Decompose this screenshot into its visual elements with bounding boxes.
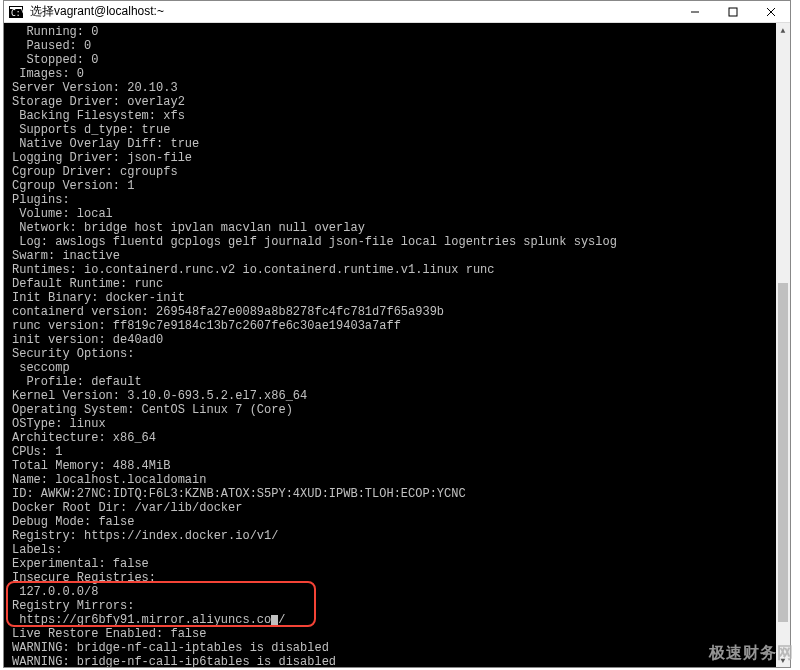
text-cursor [271,615,278,627]
scrollbar-thumb[interactable] [778,283,788,622]
terminal-line: CPUs: 1 [12,445,786,459]
terminal-line: Name: localhost.localdomain [12,473,786,487]
terminal-line: containerd version: 269548fa27e0089a8b82… [12,305,786,319]
terminal-line: Registry: https://index.docker.io/v1/ [12,529,786,543]
terminal-line: Cgroup Driver: cgroupfs [12,165,786,179]
terminal-line: Native Overlay Diff: true [12,137,786,151]
terminal-line: Images: 0 [12,67,786,81]
terminal-line: Server Version: 20.10.3 [12,81,786,95]
terminal-line: Swarm: inactive [12,249,786,263]
terminal-line: Kernel Version: 3.10.0-693.5.2.el7.x86_6… [12,389,786,403]
terminal-line: Runtimes: io.containerd.runc.v2 io.conta… [12,263,786,277]
terminal-line: OSType: linux [12,417,786,431]
terminal-line: Log: awslogs fluentd gcplogs gelf journa… [12,235,786,249]
terminal-line: Registry Mirrors: [12,599,786,613]
terminal-line: Stopped: 0 [12,53,786,67]
terminal-line: Supports d_type: true [12,123,786,137]
terminal-line: Architecture: x86_64 [12,431,786,445]
maximize-button[interactable] [714,1,752,22]
terminal-line: Init Binary: docker-init [12,291,786,305]
scrollbar[interactable]: ▲ ▼ [776,23,790,667]
terminal-line: Plugins: [12,193,786,207]
terminal-line: seccomp [12,361,786,375]
terminal-line: Profile: default [12,375,786,389]
terminal-line: init version: de40ad0 [12,333,786,347]
terminal-line: Operating System: CentOS Linux 7 (Core) [12,403,786,417]
terminal-line: Debug Mode: false [12,515,786,529]
terminal-line: Docker Root Dir: /var/lib/docker [12,501,786,515]
window-controls [676,1,790,22]
terminal-line: Cgroup Version: 1 [12,179,786,193]
terminal-line: Labels: [12,543,786,557]
terminal-line: Default Runtime: runc [12,277,786,291]
terminal-output[interactable]: Running: 0 Paused: 0 Stopped: 0 Images: … [4,23,790,667]
svg-rect-4 [729,8,737,16]
terminal-line: https://gr6bfy91.mirror.aliyuncs.co/ [12,613,786,627]
terminal-line: ID: AWKW:27NC:IDTQ:F6L3:KZNB:ATOX:S5PY:4… [12,487,786,501]
scrollbar-track[interactable] [776,37,790,653]
terminal-line: Total Memory: 488.4MiB [12,459,786,473]
terminal-line: Logging Driver: json-file [12,151,786,165]
terminal-line: runc version: ff819c7e9184c13b7c2607fe6c… [12,319,786,333]
minimize-button[interactable] [676,1,714,22]
terminal-line: Insecure Registries: [12,571,786,585]
terminal-line: Storage Driver: overlay2 [12,95,786,109]
terminal-line: 127.0.0.0/8 [12,585,786,599]
terminal-line: Live Restore Enabled: false [12,627,786,641]
terminal-icon: C:\ [8,4,24,20]
terminal-line: WARNING: bridge-nf-call-iptables is disa… [12,641,786,655]
watermark: 极速财务网 [709,643,794,664]
terminal-line: Security Options: [12,347,786,361]
scroll-up-icon[interactable]: ▲ [776,23,790,37]
window-title: 选择vagrant@localhost:~ [28,3,676,20]
terminal-line: Volume: local [12,207,786,221]
close-button[interactable] [752,1,790,22]
svg-text:C:\: C:\ [11,9,23,18]
terminal-window: C:\ 选择vagrant@localhost:~ Running: 0 Pau… [3,0,791,668]
terminal-line: Paused: 0 [12,39,786,53]
terminal-line: WARNING: bridge-nf-call-ip6tables is dis… [12,655,786,667]
terminal-line: Running: 0 [12,25,786,39]
terminal-line: Backing Filesystem: xfs [12,109,786,123]
terminal-line: Network: bridge host ipvlan macvlan null… [12,221,786,235]
titlebar[interactable]: C:\ 选择vagrant@localhost:~ [4,1,790,23]
terminal-line: Experimental: false [12,557,786,571]
